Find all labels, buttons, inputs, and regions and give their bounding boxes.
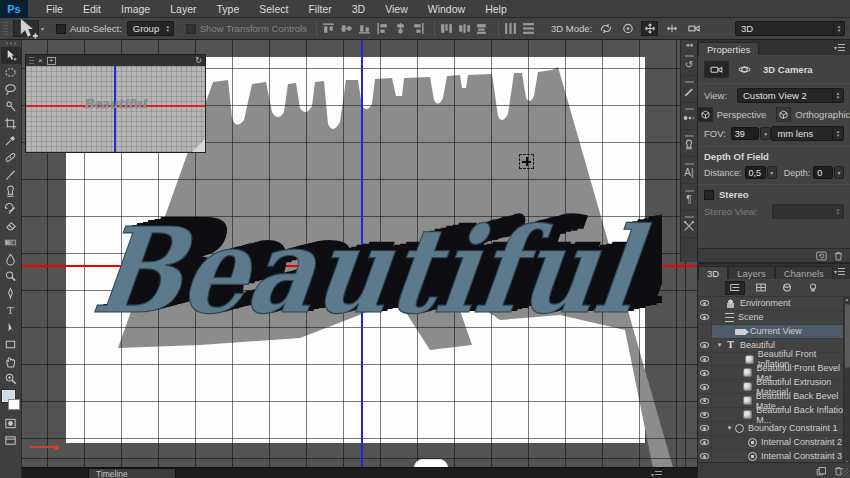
visibility-cell[interactable] (698, 311, 712, 324)
menu-item-view[interactable]: View (375, 0, 418, 18)
eye-icon[interactable] (700, 453, 709, 459)
eye-icon[interactable] (700, 370, 709, 376)
tab-layers[interactable]: Layers (728, 266, 775, 279)
delete-icon[interactable] (833, 251, 844, 261)
resize-corner[interactable] (192, 139, 205, 152)
eye-icon[interactable] (700, 356, 709, 362)
quick-mask-button[interactable] (1, 415, 21, 432)
clone-stamp-tool[interactable] (1, 183, 21, 200)
eye-icon[interactable] (700, 342, 709, 348)
visibility-cell[interactable] (698, 394, 712, 407)
options-grip[interactable] (3, 22, 8, 36)
depth-dropdown-icon[interactable]: ▼ (834, 166, 844, 179)
align-vcenter-icon[interactable] (340, 22, 353, 35)
eye-icon[interactable] (700, 300, 709, 306)
panel-menu-icon[interactable] (834, 267, 847, 276)
auto-select-group-dropdown[interactable]: Group ▲▼ (127, 21, 174, 36)
menu-item-edit[interactable]: Edit (73, 0, 111, 18)
lasso-tool[interactable] (1, 81, 21, 98)
zoom-camera-icon[interactable] (685, 21, 702, 36)
move-tool[interactable] (1, 47, 21, 64)
distance-value[interactable]: 0,5 (745, 166, 766, 179)
secondary-view[interactable]: × + ↻ Beautiful (25, 54, 206, 153)
tab-properties[interactable]: Properties (698, 42, 759, 55)
history-icon[interactable]: ↺ (681, 49, 697, 76)
tool-presets-icon[interactable] (681, 211, 697, 238)
blur-tool[interactable] (1, 251, 21, 268)
eye-icon[interactable] (700, 384, 709, 390)
stereo-checkbox[interactable] (704, 190, 714, 200)
slide-icon[interactable] (663, 21, 680, 36)
visibility-cell[interactable] (698, 380, 712, 393)
pan-icon[interactable] (641, 21, 658, 36)
panel-menu-icon[interactable] (834, 43, 847, 52)
timeline-menu-icon[interactable] (651, 470, 665, 478)
secondary-view-body[interactable]: Beautiful (26, 66, 205, 152)
view-dropdown[interactable]: Custom View 2 ▲▼ (737, 88, 844, 103)
item-content[interactable]: Beautiful Back Inflation M... (712, 408, 850, 421)
distribute-vcenter-icon[interactable] (458, 22, 471, 35)
visibility-cell[interactable] (698, 297, 712, 310)
visibility-cell[interactable] (698, 325, 712, 338)
align-bottom-icon[interactable] (358, 22, 371, 35)
3d-item-boundary-constraint-1[interactable]: ▼Boundary Constraint 1 (698, 422, 850, 436)
visibility-cell[interactable] (698, 436, 712, 449)
auto-select-checkbox[interactable] (56, 24, 66, 34)
crop-tool[interactable] (1, 115, 21, 132)
screen-mode-button[interactable] (1, 432, 21, 449)
distribute-bottom-icon[interactable] (476, 22, 489, 35)
scroll-thumb[interactable] (845, 304, 850, 368)
tab-timeline[interactable]: Timeline (88, 468, 176, 478)
orthographic-cube-icon[interactable] (776, 107, 791, 122)
brushes-icon[interactable] (681, 103, 697, 130)
pen-tool[interactable] (1, 285, 21, 302)
distribute-top-icon[interactable] (440, 22, 453, 35)
visibility-cell[interactable] (698, 408, 712, 421)
paragraph-icon[interactable]: ¶ (681, 184, 697, 211)
resize-grip[interactable] (840, 468, 849, 477)
menu-item-filter[interactable]: Filter (298, 0, 341, 18)
expander-icon[interactable]: ▼ (725, 425, 734, 431)
menu-item-file[interactable]: File (36, 0, 73, 18)
background-color-swatch[interactable] (8, 399, 20, 410)
perspective-cube-icon[interactable] (698, 107, 713, 122)
eye-icon[interactable] (700, 314, 709, 320)
filter-whole-scene-icon[interactable] (725, 281, 745, 295)
scroll-up-icon[interactable]: ▲ (845, 297, 849, 302)
3d-item-internal-constraint-2[interactable]: Internal Constraint 2 (698, 436, 850, 450)
visibility-cell[interactable] (698, 353, 712, 366)
visibility-cell[interactable] (698, 422, 712, 435)
3d-text-beautiful[interactable]: Beautiful (62, 180, 662, 380)
align-hcenter-icon[interactable] (394, 22, 407, 35)
item-content[interactable]: Environment (712, 297, 850, 310)
align-left-icon[interactable] (376, 22, 389, 35)
visibility-cell[interactable] (698, 339, 712, 352)
orbit-camera-icon[interactable] (732, 61, 757, 78)
3d-item-current-view[interactable]: Current View (698, 325, 850, 339)
close-icon[interactable]: × (38, 57, 43, 65)
fov-dropdown-icon[interactable]: ▼ (760, 127, 771, 140)
workspace-dropdown[interactable]: 3D ▲▼ (735, 21, 845, 36)
history-brush-tool[interactable] (1, 200, 21, 217)
zoom-tool[interactable] (1, 370, 21, 387)
distribute-left-icon[interactable] (504, 22, 517, 35)
current-tool-move-icon[interactable] (13, 20, 39, 37)
distance-dropdown-icon[interactable]: ▼ (767, 166, 777, 179)
type-tool[interactable]: T (1, 302, 21, 319)
swap-view-icon[interactable]: ↻ (195, 57, 202, 65)
marquee-tool[interactable] (1, 64, 21, 81)
hand-tool[interactable] (1, 353, 21, 370)
menu-item-select[interactable]: Select (249, 0, 298, 18)
orthographic-label[interactable]: Orthographic (795, 109, 850, 120)
3d-item-scene[interactable]: Scene (698, 311, 850, 325)
menu-item-help[interactable]: Help (475, 0, 517, 18)
menu-item-3d[interactable]: 3D (342, 0, 375, 18)
menu-item-window[interactable]: Window (418, 0, 475, 18)
clone-source-icon[interactable] (681, 130, 697, 157)
secondary-view-header[interactable]: × + ↻ (26, 55, 205, 66)
item-content[interactable]: Internal Constraint 3 (712, 450, 850, 463)
character-icon[interactable]: A| (681, 157, 697, 184)
visibility-cell[interactable] (698, 450, 712, 463)
menu-item-type[interactable]: Type (206, 0, 249, 18)
filter-materials-icon[interactable] (777, 281, 797, 295)
